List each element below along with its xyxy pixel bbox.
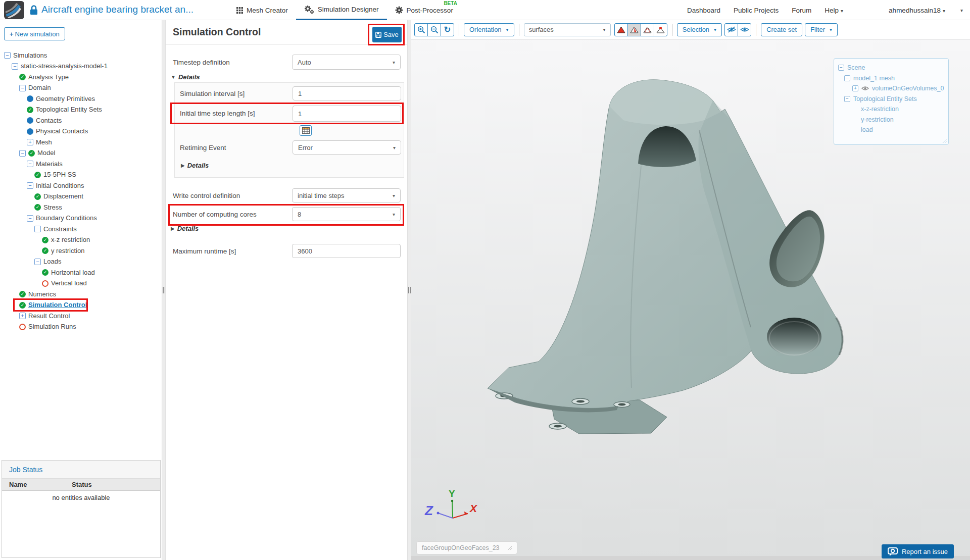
collapse-icon[interactable]: − [27,215,33,222]
tree-item-result-control[interactable]: +Result Control [0,311,162,322]
3d-canvas[interactable]: −Scene−model_1 mesh+volumeOnGeoVolumes_0… [411,39,970,556]
collapse-icon[interactable]: − [12,63,18,70]
tree-item-initial-conditions[interactable]: −Initial Conditions [0,180,162,191]
tree-item-loads[interactable]: −Loads [0,257,162,268]
tree-item-constraints[interactable]: −Constraints [0,224,162,235]
collapse-icon[interactable]: − [844,96,850,102]
render-mode-select[interactable]: surfaces▾ [524,23,611,36]
check-status-icon: ✓ [27,107,33,113]
tree-item-numerics[interactable]: ✓Numerics [0,289,162,300]
initial-time-step-input[interactable] [293,106,401,122]
tree-item-simulation-runs[interactable]: Simulation Runs [0,322,162,333]
tree-item-geometry-primitives[interactable]: Geometry Primitives [0,93,162,105]
tree-item-simulations[interactable]: −Simulations [0,50,162,61]
tree-item-simulation-control[interactable]: ✓Simulation Control [0,300,162,311]
details-toggle-open[interactable]: ▼ Details [171,73,200,81]
tree-item-physical-contacts[interactable]: Physical Contacts [0,126,162,137]
tree-item-boundary-conditions[interactable]: −Boundary Conditions [0,213,162,224]
expand-icon[interactable]: + [852,85,858,91]
refresh-view-button[interactable]: ↻ [441,23,454,36]
tree-item-static-stress-analysis-model-1[interactable]: −static-stress-analysis-model-1 [0,61,162,72]
surface-mode-button[interactable] [627,23,641,36]
tab-simulation-designer[interactable]: Simulation Designer [296,0,387,20]
points-mode-button[interactable] [654,23,667,36]
table-values-button[interactable] [300,125,312,136]
collapse-icon[interactable]: − [19,150,26,157]
collapse-icon[interactable]: − [27,161,33,167]
max-runtime-input[interactable] [292,244,401,258]
tree-item-analysis-type[interactable]: ✓Analysis Type [0,72,162,83]
retiming-event-select[interactable]: Error▾ [293,140,401,155]
report-issue-button[interactable]: Report an issue [882,544,954,558]
scene-item-scene[interactable]: −Scene [834,63,948,73]
tree-item-vertical-load[interactable]: Vertical load [0,278,162,289]
face-group-name-box[interactable]: faceGroupOnGeoFaces_23 [416,541,517,554]
eye-icon [740,26,749,33]
save-icon [375,32,381,38]
tree-item-topological-entity-sets[interactable]: ✓Topological Entity Sets [0,105,162,116]
tree-item-x-z-restriction[interactable]: ✓x-z restriction [0,235,162,246]
scene-item-topological-entity-sets[interactable]: −Topological Entity Sets [834,94,948,105]
solid-mode-button[interactable] [614,23,628,36]
collapse-icon[interactable]: − [838,65,844,71]
scene-item-y-restriction[interactable]: y-restriction [834,115,948,125]
tab-post-processor[interactable]: BETA Post-Processor [387,0,461,20]
simulation-interval-input[interactable] [293,86,401,100]
tree-item-mesh[interactable]: +Mesh [0,137,162,148]
scene-item-load[interactable]: load [834,125,948,135]
details-toggle-collapsed[interactable]: ▶ Details [181,162,209,169]
zoom-out-button[interactable] [427,23,441,36]
tree-item-stress[interactable]: ✓Stress [0,202,162,213]
collapse-icon[interactable]: − [34,226,41,232]
tree-item-contacts[interactable]: Contacts [0,115,162,126]
collapse-icon[interactable]: − [34,259,41,265]
resize-handle-icon[interactable] [942,138,947,143]
nav-forum[interactable]: Forum [792,7,811,14]
tree-item-domain[interactable]: −Domain [0,83,162,94]
scene-item-model-1-mesh[interactable]: −model_1 mesh [834,73,948,84]
zoom-in-button[interactable] [414,23,428,36]
hide-selection-button[interactable] [724,23,738,36]
scene-item-x-z-restriction[interactable]: x-z-restriction [834,104,948,115]
tab-mesh-creator[interactable]: Mesh Creator [228,0,296,20]
selection-button[interactable]: Selection▾ [677,23,722,36]
collapse-icon[interactable]: − [844,75,850,81]
user-menu[interactable]: ahmedhussain18▾ [889,7,945,14]
sidebar-splitter[interactable] [162,20,166,560]
tree-item-label: Contacts [36,117,62,124]
expand-icon[interactable]: + [27,139,33,145]
eye-icon[interactable] [861,86,869,91]
orientation-button[interactable]: Orientation▾ [464,23,514,36]
create-set-button[interactable]: Create set [761,23,802,36]
wireframe-mode-button[interactable] [641,23,654,36]
nav-help-menu[interactable]: Help▾ [825,7,843,14]
tab-label: Post-Processor [407,7,453,14]
tree-item-model[interactable]: −✓Model [0,148,162,159]
tree-item-15-5ph-ss[interactable]: ✓15-5PH SS [0,170,162,181]
expand-icon[interactable]: + [19,313,26,319]
scene-item-volumeongeovolumes-0[interactable]: +volumeOnGeoVolumes_0 [834,83,948,94]
details-toggle-collapsed-2[interactable]: ▶ Details [171,225,199,232]
tree-item-materials[interactable]: −Materials [0,159,162,170]
window-menu-caret[interactable]: ▾ [960,8,963,13]
refresh-icon: ↻ [444,25,451,34]
save-button[interactable]: Save [372,27,402,42]
collapse-icon[interactable]: − [19,85,26,91]
tree-item-horizontal-load[interactable]: ✓Horizontal load [0,267,162,278]
lock-icon [29,5,38,16]
timestep-definition-select[interactable]: Auto▾ [292,55,401,70]
nav-public-projects[interactable]: Public Projects [734,7,779,14]
tree-item-displacement[interactable]: ✓Displacement [0,191,162,202]
tree-item-y-restriction[interactable]: ✓y restriction [0,245,162,257]
new-simulation-button[interactable]: + New simulation [4,27,65,40]
panel-splitter[interactable] [407,20,411,560]
write-control-select[interactable]: initial time steps▾ [292,188,401,202]
check-status-icon: ✓ [19,302,26,309]
computing-cores-label: Number of computing cores [173,211,257,218]
show-selection-button[interactable] [738,23,751,36]
filter-button[interactable]: Filter▾ [805,23,838,36]
collapse-icon[interactable]: − [4,52,11,59]
computing-cores-select[interactable]: 8▾ [292,207,401,221]
collapse-icon[interactable]: − [27,182,33,189]
nav-dashboard[interactable]: Dashboard [687,7,720,14]
